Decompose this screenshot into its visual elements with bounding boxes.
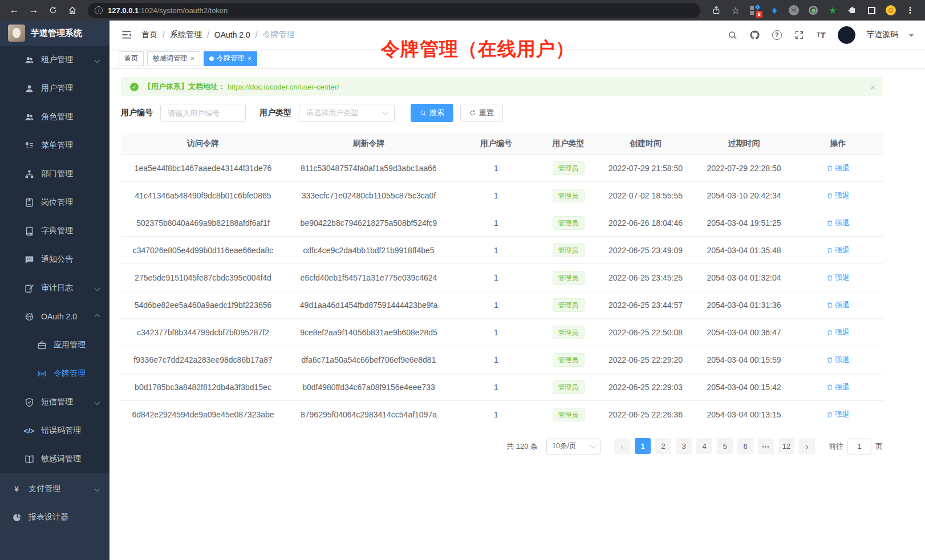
- sidebar-item-oauth[interactable]: OAuth 2.0: [0, 302, 109, 331]
- cell-action: 强退: [793, 245, 883, 255]
- breadcrumb-item[interactable]: OAuth 2.0: [214, 30, 250, 39]
- tag-label: 令牌管理: [217, 54, 244, 63]
- site-info-icon[interactable]: i: [95, 6, 103, 14]
- cell-user-type: 管理员: [540, 244, 597, 257]
- sidebar-item-notice[interactable]: 通知公告: [0, 245, 109, 274]
- openbook-icon: [24, 454, 34, 464]
- force-logout-button[interactable]: 强退: [826, 382, 850, 392]
- extension-square-icon[interactable]: [866, 5, 877, 16]
- user-avatar[interactable]: [838, 26, 855, 44]
- alert-text: 【用户体系】文档地址：: [144, 82, 225, 92]
- force-logout-button[interactable]: 强退: [826, 300, 850, 310]
- sidebar-item-app[interactable]: 应用管理: [0, 331, 109, 359]
- github-icon[interactable]: [749, 29, 760, 40]
- page-button-6[interactable]: 6: [737, 438, 753, 454]
- prev-page-button[interactable]: ‹: [614, 439, 630, 455]
- cell-action: 强退: [793, 355, 883, 365]
- sidebar-item-errcode[interactable]: </>错误码管理: [0, 416, 109, 445]
- home-icon[interactable]: [64, 2, 81, 18]
- extension-grey-icon[interactable]: ⌘: [788, 5, 800, 16]
- alert-close-icon[interactable]: ×: [870, 82, 875, 92]
- sidebar-item-menu[interactable]: 菜单管理: [0, 131, 109, 160]
- browser-menu-icon[interactable]: ⋮: [904, 5, 916, 16]
- page-button-3[interactable]: 3: [676, 438, 692, 454]
- sidebar-item-token[interactable]: 令牌管理: [0, 359, 109, 388]
- cell-access-token: 1ea5e44f8bc1467aaede43144f31de76: [121, 164, 285, 173]
- breadcrumb-item[interactable]: 首页: [141, 30, 157, 40]
- sidebar-toggle-icon[interactable]: [121, 29, 132, 40]
- page-button-12[interactable]: 12: [778, 438, 794, 454]
- username[interactable]: 芋道源码: [866, 30, 898, 40]
- url-bar[interactable]: i 127.0.0.1:1024/system/oauth2/token: [88, 3, 700, 18]
- page-button-1[interactable]: 1: [635, 438, 651, 454]
- pager-more-icon[interactable]: •••: [758, 439, 774, 455]
- force-logout-button[interactable]: 强退: [826, 163, 850, 173]
- force-logout-button[interactable]: 强退: [826, 218, 850, 228]
- cell-action: 强退: [793, 273, 883, 283]
- force-logout-button[interactable]: 强退: [826, 190, 850, 201]
- page-button-5[interactable]: 5: [717, 438, 733, 454]
- breadcrumb-separator: /: [255, 30, 258, 39]
- force-logout-button[interactable]: 强退: [826, 245, 850, 255]
- yen-icon: ¥: [11, 484, 22, 494]
- sidebar-item-role[interactable]: 角色管理: [0, 103, 109, 131]
- page-button-4[interactable]: 4: [696, 438, 712, 454]
- cell-created-time: 2022-06-25 22:29:20: [597, 355, 695, 364]
- sidebar-item-label: 短信管理: [41, 397, 73, 407]
- cell-created-time: 2022-06-25 22:50:08: [597, 328, 695, 337]
- extension-star-icon[interactable]: ★: [827, 5, 838, 16]
- extension-ring-icon[interactable]: [808, 5, 819, 16]
- help-icon[interactable]: ?: [771, 29, 782, 40]
- tag-close-icon[interactable]: ×: [190, 55, 194, 63]
- sidebar-item-dict[interactable]: 字典管理: [0, 217, 109, 245]
- share-icon[interactable]: [711, 5, 722, 16]
- force-logout-button[interactable]: 强退: [826, 327, 850, 338]
- bookmark-star-icon[interactable]: ☆: [730, 5, 741, 16]
- extension-gem-icon[interactable]: ♦: [769, 5, 780, 16]
- app-logo[interactable]: 芋道管理系统: [0, 21, 109, 46]
- sidebar-item-user[interactable]: 用户管理: [0, 74, 109, 103]
- force-logout-button[interactable]: 强退: [826, 273, 850, 283]
- table-row: 6d842e2924594de9a09e45e087323abe8796295f…: [121, 401, 883, 428]
- sidebar-item-sensitive[interactable]: 敏感词管理: [0, 445, 109, 473]
- tag-敏感词管理[interactable]: 敏感词管理×: [147, 51, 200, 66]
- force-logout-label: 强退: [835, 355, 850, 365]
- trash-icon: [826, 192, 833, 199]
- sidebar-item-sms[interactable]: 短信管理: [0, 388, 109, 416]
- sidebar-item-report[interactable]: 报表设计器: [0, 503, 109, 531]
- reset-button[interactable]: 重置: [460, 104, 503, 122]
- pagination: 共 120 条 10条/页 ‹ 123456•••12 › 前往 页: [121, 438, 883, 455]
- edit-icon: [24, 283, 34, 293]
- force-logout-button[interactable]: 强退: [826, 409, 850, 420]
- profile-emoji-icon[interactable]: ☺: [885, 5, 896, 16]
- tag-首页[interactable]: 首页: [119, 51, 144, 66]
- search-icon[interactable]: [727, 29, 738, 40]
- sidebar-item-tenant[interactable]: 租户管理: [0, 46, 109, 74]
- tag-close-icon[interactable]: ×: [248, 55, 251, 63]
- font-size-icon[interactable]: TT: [816, 29, 827, 40]
- page-size-select[interactable]: 10条/页: [546, 439, 601, 455]
- search-button[interactable]: 搜索: [411, 104, 453, 122]
- fullscreen-icon[interactable]: [793, 29, 805, 40]
- force-logout-button[interactable]: 强退: [826, 355, 850, 365]
- sidebar-item-pay[interactable]: ¥支付管理: [0, 474, 109, 503]
- next-page-button[interactable]: ›: [799, 439, 815, 455]
- page-button-2[interactable]: 2: [655, 438, 671, 454]
- extension-tabs-icon[interactable]: 9: [749, 5, 761, 16]
- user-type-select[interactable]: 请选择用户类型: [299, 104, 395, 122]
- goto-page-input[interactable]: [847, 439, 871, 455]
- cell-expire-time: 2054-03-04 19:51:25: [695, 218, 793, 228]
- forward-icon[interactable]: →: [25, 2, 42, 18]
- breadcrumb-item[interactable]: 系统管理: [170, 30, 202, 40]
- sidebar-item-audit[interactable]: 审计日志: [0, 274, 109, 302]
- back-icon[interactable]: ←: [6, 2, 23, 18]
- table-row: f9336e7c7dd242a283ee98dc86b17a87dfa6c71a…: [121, 346, 883, 374]
- user-menu-caret-icon[interactable]: [909, 34, 914, 37]
- extensions-puzzle-icon[interactable]: [846, 5, 858, 16]
- alert-doc-link[interactable]: https://doc.iocoder.cn/user-center/: [228, 83, 339, 91]
- user-id-input[interactable]: [160, 104, 246, 122]
- sidebar-item-post[interactable]: 岗位管理: [0, 188, 109, 217]
- tag-令牌管理[interactable]: 令牌管理×: [204, 51, 257, 66]
- reload-icon[interactable]: [44, 2, 62, 18]
- sidebar-item-dept[interactable]: 部门管理: [0, 160, 109, 188]
